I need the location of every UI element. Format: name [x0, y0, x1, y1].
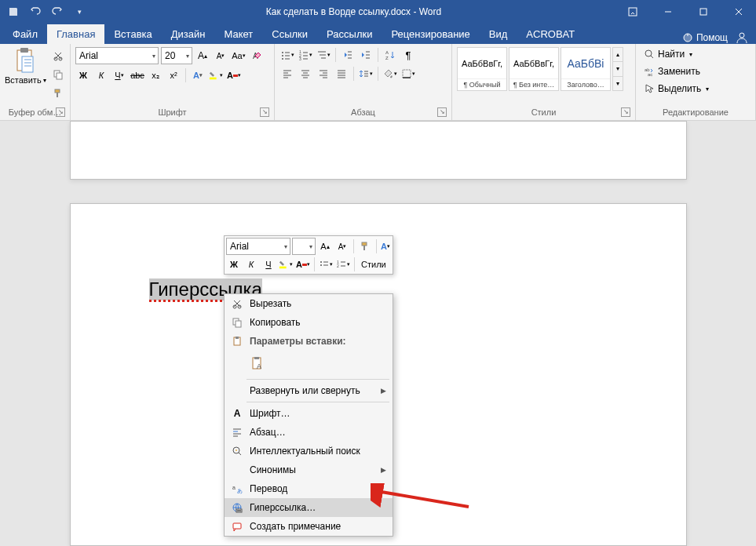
align-center-button[interactable]: [298, 66, 313, 82]
tab-mailings[interactable]: Рассылки: [317, 24, 382, 44]
highlight-button[interactable]: ▾: [208, 67, 224, 83]
style-heading1[interactable]: АаБбВіЗаголово…: [561, 47, 611, 91]
mini-font-size-combo[interactable]: [292, 238, 316, 255]
borders-button[interactable]: ▾: [400, 66, 416, 82]
svg-rect-103: [233, 523, 241, 529]
styles-dialog-launcher[interactable]: ↘: [621, 107, 630, 117]
tab-view[interactable]: Вид: [480, 24, 517, 44]
mini-numbering[interactable]: 12▾: [335, 257, 351, 272]
bold-button[interactable]: Ж: [75, 67, 91, 83]
styles-scroll-up[interactable]: ▴: [613, 48, 623, 62]
mini-shrink-font[interactable]: A▾: [334, 238, 350, 254]
font-size-combo[interactable]: 20: [161, 47, 192, 64]
select-button[interactable]: Выделить▾: [641, 82, 751, 96]
copy-button[interactable]: [49, 66, 67, 83]
cut-button[interactable]: [49, 47, 67, 64]
line-spacing-button[interactable]: ▾: [358, 66, 374, 82]
undo-icon[interactable]: [28, 5, 42, 19]
show-hide-button[interactable]: ¶: [400, 47, 416, 63]
cm-hyperlink[interactable]: Гиперссылка…: [225, 498, 393, 517]
styles-expand[interactable]: ▾: [613, 77, 623, 90]
redo-icon[interactable]: [50, 5, 64, 19]
cm-paragraph[interactable]: Абзац…: [225, 423, 393, 442]
font-color-button[interactable]: A▾: [226, 67, 242, 83]
replace-button[interactable]: abacЗаменить: [641, 64, 751, 78]
cm-cut[interactable]: Вырезать: [225, 294, 393, 313]
change-case-button[interactable]: Aa▾: [231, 48, 247, 64]
shading-button[interactable]: ▾: [382, 66, 398, 82]
bullets-button[interactable]: ▾: [279, 47, 295, 63]
mini-highlight[interactable]: ▾: [278, 257, 294, 272]
cm-expand-collapse[interactable]: Развернуть или свернуть ▶: [225, 381, 393, 400]
cm-synonyms[interactable]: Синонимы ▶: [225, 460, 393, 479]
cm-new-comment[interactable]: Создать примечание: [225, 517, 393, 536]
mini-grow-font[interactable]: A▴: [317, 238, 333, 254]
save-icon[interactable]: [6, 5, 20, 19]
font-family-combo[interactable]: Arial: [75, 47, 159, 64]
tab-references[interactable]: Ссылки: [262, 24, 317, 44]
smart-lookup-icon: [228, 443, 247, 459]
mini-font-family-combo[interactable]: Arial: [226, 238, 290, 255]
tab-review[interactable]: Рецензирование: [382, 24, 479, 44]
svg-line-66: [651, 56, 653, 58]
cm-font[interactable]: A Шрифт…: [225, 404, 393, 423]
mini-bullets[interactable]: ▾: [318, 257, 334, 272]
tab-file[interactable]: Файл: [3, 24, 47, 44]
format-painter-button[interactable]: [49, 85, 67, 102]
qat-customize-icon[interactable]: ▾: [72, 5, 86, 19]
mini-font-color[interactable]: A▾: [295, 257, 311, 272]
tab-layout[interactable]: Макет: [214, 24, 262, 44]
mini-underline[interactable]: Ч: [261, 257, 276, 272]
grow-font-button[interactable]: A▴: [195, 48, 210, 64]
superscript-button[interactable]: x²: [166, 67, 181, 83]
copy-icon: [228, 315, 247, 330]
cm-copy[interactable]: Копировать: [225, 313, 393, 332]
sort-button[interactable]: AZ: [382, 47, 398, 63]
mini-styles-button[interactable]: A▾: [380, 238, 391, 254]
style-normal[interactable]: АаБбВвГг,¶ Обычный: [457, 47, 507, 91]
tab-home[interactable]: Главная: [47, 24, 104, 44]
strikethrough-button[interactable]: abc: [130, 67, 145, 83]
find-button[interactable]: Найти▾: [641, 47, 751, 61]
align-left-button[interactable]: [279, 66, 295, 82]
font-dialog-launcher[interactable]: ↘: [260, 107, 269, 117]
minimize-icon[interactable]: [650, 0, 685, 24]
close-icon[interactable]: [721, 0, 756, 24]
decrease-indent-button[interactable]: [340, 47, 356, 63]
underline-button[interactable]: Ч▾: [111, 67, 127, 83]
tab-insert[interactable]: Вставка: [104, 24, 161, 44]
mini-format-painter[interactable]: [357, 238, 373, 254]
paste-button[interactable]: Вставить▾: [5, 47, 46, 85]
align-right-button[interactable]: [316, 66, 331, 82]
title-bar: ▾ Как сделать в Ворде ссылку.docx - Word: [0, 0, 756, 24]
style-no-spacing[interactable]: АаБбВвГг,¶ Без инте…: [509, 47, 559, 91]
account-icon[interactable]: [736, 31, 748, 44]
cm-smart-lookup[interactable]: Интеллектуальный поиск: [225, 442, 393, 460]
multilevel-list-button[interactable]: ▾: [316, 47, 331, 63]
maximize-icon[interactable]: [685, 0, 721, 24]
tab-acrobat[interactable]: ACROBAT: [517, 24, 584, 44]
group-clipboard: Вставить▾ Буфер обм…↘: [0, 44, 71, 120]
mini-bold[interactable]: Ж: [226, 257, 242, 272]
paragraph-icon: [228, 424, 247, 440]
paste-keep-source-icon[interactable]: A: [248, 354, 268, 374]
text-effects-button[interactable]: A▾: [190, 67, 206, 83]
numbering-button[interactable]: 123▾: [298, 47, 313, 63]
subscript-button[interactable]: x₂: [148, 67, 163, 83]
increase-indent-button[interactable]: [358, 47, 374, 63]
cm-translate[interactable]: aあ Перевод: [225, 479, 393, 498]
styles-gallery[interactable]: АаБбВвГг,¶ Обычный АаБбВвГг,¶ Без инте… …: [457, 47, 623, 91]
submenu-arrow-icon: ▶: [381, 466, 386, 474]
mini-styles-label[interactable]: Стили: [358, 260, 389, 269]
italic-button[interactable]: К: [93, 67, 109, 83]
shrink-font-button[interactable]: A▾: [213, 48, 228, 64]
paragraph-dialog-launcher[interactable]: ↘: [437, 107, 447, 117]
clear-formatting-button[interactable]: A: [249, 48, 265, 64]
ribbon-display-options-icon[interactable]: [615, 0, 650, 24]
tab-design[interactable]: Дизайн: [162, 24, 215, 44]
styles-scroll-down[interactable]: ▾: [613, 62, 623, 76]
mini-italic[interactable]: К: [243, 257, 259, 272]
clipboard-dialog-launcher[interactable]: ↘: [56, 107, 65, 117]
justify-button[interactable]: [334, 66, 349, 82]
tell-me-field[interactable]: Помощ: [682, 32, 728, 43]
